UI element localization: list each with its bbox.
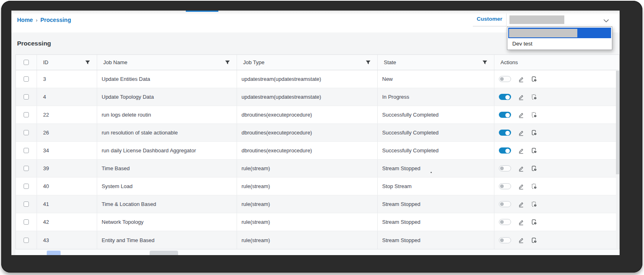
table-row: 3 Update Entities Data updatestream(upda… [16,70,619,88]
customer-label: Customer [473,16,506,22]
job-log-icon[interactable] [531,183,537,189]
job-enabled-toggle[interactable] [499,201,511,207]
cell-state: In Progress [382,94,409,100]
cell-job-type: rule(stream) [242,165,270,171]
cell-state: Successfully Completed [382,112,439,118]
cell-state: Stream Stopped [382,201,420,207]
edit-pencil-icon[interactable] [518,201,524,208]
job-enabled-toggle[interactable] [499,147,511,154]
header-cell-actions: Actions [494,55,619,70]
cell-job-type: dbroutines(executeprocedure) [242,112,312,118]
job-log-icon[interactable] [531,237,537,243]
cell-job-type: rule(stream) [242,201,270,207]
job-log-icon[interactable] [531,112,537,118]
cell-state: Stop Stream [382,183,411,189]
cell-id: 41 [43,201,49,207]
table-row: 4 Update Topology Data updatestream(upda… [16,88,619,106]
cell-id: 4 [43,94,46,100]
header-cell-id: ID [37,55,97,70]
edit-pencil-icon[interactable] [518,76,524,82]
edit-pencil-icon[interactable] [518,165,524,172]
filter-icon[interactable] [366,60,371,65]
job-log-icon[interactable] [531,201,537,207]
table-scrollbar-thumb[interactable] [616,71,619,174]
row-checkbox[interactable] [24,238,29,243]
table-row: 39 Time Based rule(stream) Stream Stoppe… [16,160,619,178]
breadcrumb-home-link[interactable]: Home [17,17,33,23]
row-checkbox[interactable] [24,130,29,135]
cell-state: Stream Stopped [382,219,420,225]
row-checkbox[interactable] [24,219,29,225]
row-checkbox[interactable] [24,148,29,153]
edit-pencil-icon[interactable] [518,219,524,225]
redacted-option-value [509,29,577,37]
cell-state: New [382,76,393,82]
cell-id: 42 [43,219,49,225]
row-checkbox[interactable] [24,76,29,82]
column-label-actions: Actions [500,59,518,65]
table-row: 22 run logs delete routin dbroutines(exe… [16,106,619,124]
cell-job-name: run resolution of stale actionable [102,130,178,136]
edit-pencil-icon[interactable] [518,183,524,190]
job-enabled-toggle[interactable] [499,112,511,118]
filter-icon[interactable] [482,60,487,65]
row-checkbox[interactable] [24,201,29,207]
dropdown-option-dev-test[interactable]: Dev test [508,38,611,49]
job-enabled-toggle[interactable] [499,219,511,225]
page-size-button[interactable] [150,251,178,255]
column-label-state: State [384,59,396,65]
edit-pencil-icon[interactable] [518,94,524,100]
job-enabled-toggle[interactable] [499,183,511,189]
edit-pencil-icon[interactable] [518,147,524,154]
app-screen: Home›Processing Customer Processing ID [11,11,620,255]
cell-job-name: Time Based [102,165,130,171]
cell-job-name: run daily License Dashboard Aggregator [102,147,196,154]
header-cell-state: State [378,55,494,70]
cursor-dot [431,172,432,173]
dropdown-option-redacted[interactable] [508,28,611,38]
row-checkbox[interactable] [24,166,29,171]
cell-job-type: rule(stream) [242,183,270,189]
job-enabled-toggle[interactable] [499,94,511,100]
cell-id: 3 [43,76,46,82]
row-checkbox[interactable] [24,184,29,189]
customer-select[interactable] [509,15,564,24]
job-log-icon[interactable] [531,165,537,171]
customer-divider [506,13,507,27]
cell-id: 43 [43,237,49,243]
edit-pencil-icon[interactable] [518,112,524,118]
screenshot-stage: Home›Processing Customer Processing ID [0,0,644,275]
breadcrumb-separator: › [36,17,37,23]
edit-pencil-icon[interactable] [518,130,524,136]
job-log-icon[interactable] [531,76,537,82]
cell-state: Successfully Completed [382,147,439,154]
job-log-icon[interactable] [531,130,537,136]
job-log-icon[interactable] [531,219,537,225]
pagination-page-button[interactable] [47,251,61,255]
job-enabled-toggle[interactable] [499,130,511,136]
chevron-down-icon[interactable] [603,17,609,24]
cell-id: 39 [43,165,49,171]
cell-id: 26 [43,130,49,136]
breadcrumb-current[interactable]: Processing [40,17,71,23]
job-enabled-toggle[interactable] [499,165,511,171]
header-cell-job-type: Job Type [237,55,378,70]
cell-job-name: Update Topology Data [102,94,154,100]
job-log-icon[interactable] [531,94,537,100]
table-body: 3 Update Entities Data updatestream(upda… [16,70,619,249]
job-log-icon[interactable] [531,147,537,154]
cell-job-name: Update Entities Data [102,76,150,82]
cell-job-name: Network Topology [102,219,144,225]
cell-state: Successfully Completed [382,130,439,136]
table-row: 40 System Load rule(stream) Stop Stream [16,178,619,195]
filter-icon[interactable] [225,60,230,65]
filter-icon[interactable] [85,60,90,65]
row-checkbox[interactable] [24,112,29,117]
select-all-checkbox[interactable] [24,60,29,65]
edit-pencil-icon[interactable] [518,237,524,243]
table-scrollbar-track[interactable] [616,71,619,249]
column-label-job-type: Job Type [243,59,265,65]
row-checkbox[interactable] [24,94,29,100]
job-enabled-toggle[interactable] [499,237,511,243]
job-enabled-toggle[interactable] [499,76,511,82]
